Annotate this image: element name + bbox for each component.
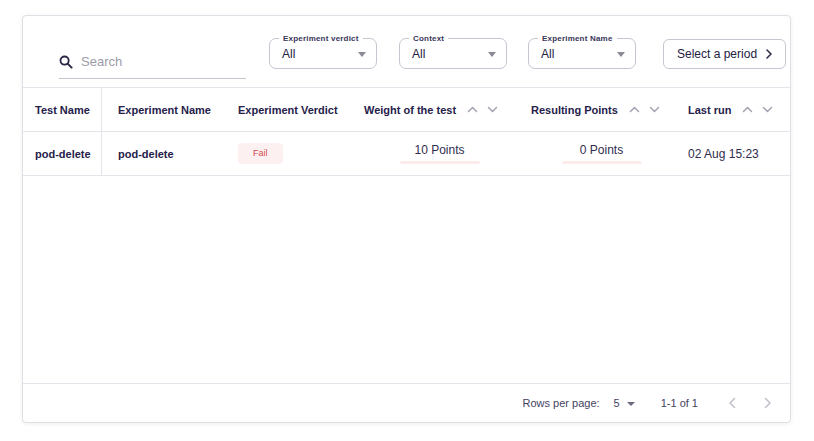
context-select[interactable]: Context All xyxy=(399,38,507,69)
resulting-progress-track xyxy=(562,161,642,164)
chevron-right-icon xyxy=(766,49,772,59)
sort-up-icon[interactable] xyxy=(467,106,478,113)
cell-weight: 10 Points xyxy=(348,132,515,175)
select-dropdown-icon xyxy=(617,52,625,57)
column-header-label: Weight of the test xyxy=(364,104,456,116)
column-header-label: Experiment Name xyxy=(118,104,211,116)
cell-resulting-points: 0 Points xyxy=(515,132,672,175)
context-select-value: All xyxy=(412,47,425,61)
rows-per-page-label: Rows per page: xyxy=(523,397,600,409)
select-period-button[interactable]: Select a period xyxy=(663,39,786,69)
search-input[interactable] xyxy=(81,54,231,69)
column-header-label: Last run xyxy=(688,104,731,116)
select-period-button-label: Select a period xyxy=(677,47,757,61)
column-header-resulting-points: Resulting Points xyxy=(515,88,672,131)
experiment-name-select-value: All xyxy=(541,47,554,61)
context-select-label: Context xyxy=(409,34,448,43)
sort-up-icon[interactable] xyxy=(629,106,640,113)
sort-down-icon[interactable] xyxy=(649,106,660,113)
cell-experiment-verdict: Fail xyxy=(222,132,348,175)
cell-last-run: 02 Aug 15:23 xyxy=(672,132,790,175)
experiment-name-value: pod-delete xyxy=(118,148,174,160)
experiment-name-select[interactable]: Experiment Name All xyxy=(528,38,636,69)
experiment-name-select-label: Experiment Name xyxy=(538,34,617,43)
weight-progress-track xyxy=(400,161,480,164)
select-dropdown-icon xyxy=(358,52,366,57)
select-dropdown-icon xyxy=(627,402,635,406)
sort-down-icon[interactable] xyxy=(487,106,498,113)
table-header-row: Test Name Experiment Name Experiment Ver… xyxy=(23,88,790,132)
column-header-weight: Weight of the test xyxy=(348,88,515,131)
column-header-experiment-name: Experiment Name xyxy=(102,88,222,131)
cell-experiment-name: pod-delete xyxy=(102,132,222,175)
column-header-last-run: Last run xyxy=(672,88,790,131)
previous-page-button[interactable] xyxy=(724,393,740,413)
search-field[interactable] xyxy=(59,54,246,79)
experiment-verdict-select[interactable]: Experiment verdict All xyxy=(269,38,377,69)
column-header-label: Resulting Points xyxy=(531,104,618,116)
column-header-test-name: Test Name xyxy=(23,88,102,131)
column-header-label: Experiment Verdict xyxy=(238,104,338,116)
table-empty-space xyxy=(23,176,790,383)
verdict-badge: Fail xyxy=(238,143,283,164)
search-icon xyxy=(59,55,73,69)
table-row[interactable]: pod-delete pod-delete Fail 10 Points 0 P… xyxy=(23,132,790,176)
rows-per-page-value: 5 xyxy=(614,397,620,409)
next-page-button[interactable] xyxy=(760,393,776,413)
score-table-card: Experiment verdict All Context All Exper… xyxy=(22,15,791,423)
experiment-verdict-select-label: Experiment verdict xyxy=(279,34,363,43)
rows-per-page-select[interactable]: 5 xyxy=(614,397,635,409)
cell-test-name: pod-delete xyxy=(23,132,102,175)
weight-value: 10 Points xyxy=(414,143,464,157)
pagination-range-label: 1-1 of 1 xyxy=(661,397,698,409)
column-header-experiment-verdict: Experiment Verdict xyxy=(222,88,348,131)
select-dropdown-icon xyxy=(488,52,496,57)
experiment-verdict-select-value: All xyxy=(282,47,295,61)
test-name-value: pod-delete xyxy=(35,148,91,160)
page-prev-icon xyxy=(728,397,736,409)
pagination-footer: Rows per page: 5 1-1 of 1 xyxy=(23,383,790,422)
last-run-value: 02 Aug 15:23 xyxy=(688,147,759,161)
column-header-label: Test Name xyxy=(35,104,90,116)
sort-up-icon[interactable] xyxy=(742,106,753,113)
resulting-points-value: 0 Points xyxy=(580,143,623,157)
sort-down-icon[interactable] xyxy=(762,106,773,113)
page-next-icon xyxy=(764,397,772,409)
filter-bar: Experiment verdict All Context All Exper… xyxy=(23,16,790,88)
